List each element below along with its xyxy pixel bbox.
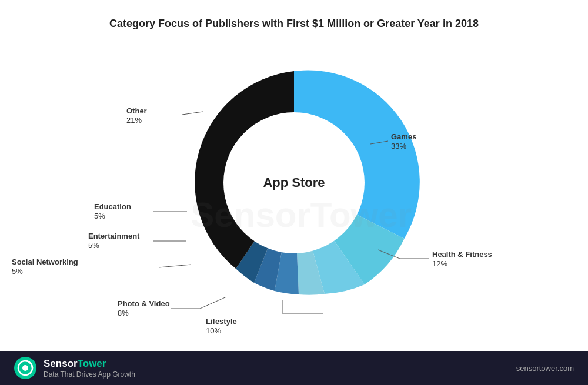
donut-chart-container: App Store SensorTower: [147, 42, 441, 324]
footer-brand-group: SensorTower Data That Drives App Growth: [44, 358, 135, 379]
label-lifestyle-pct: 10%: [206, 326, 221, 335]
label-other-pct: 21%: [126, 116, 142, 125]
footer-url: sensortower.com: [516, 364, 574, 373]
label-education-pct: 5%: [94, 212, 105, 220]
footer-brand-tower: Tower: [78, 358, 106, 370]
label-other-name: Other: [126, 106, 147, 115]
footer-brand-sensor: Sensor: [44, 358, 78, 370]
label-social-name: Social Networking: [12, 257, 78, 266]
footer-left: SensorTower Data That Drives App Growth: [14, 357, 135, 379]
label-social-pct: 5%: [12, 267, 23, 276]
svg-point-12: [22, 365, 28, 371]
chart-title: Category Focus of Publishers with First …: [109, 18, 479, 30]
donut-svg: [165, 53, 423, 312]
label-photo-pct: 8%: [118, 309, 129, 317]
label-health-name: Health & Fitness: [432, 250, 492, 259]
logo-icon: [17, 360, 34, 376]
donut-hole: [223, 112, 365, 253]
footer: SensorTower Data That Drives App Growth …: [0, 351, 588, 385]
label-entertainment-name: Entertainment: [88, 232, 140, 240]
footer-logo: [14, 357, 36, 379]
chart-area: Category Focus of Publishers with First …: [0, 0, 588, 351]
footer-tagline: Data That Drives App Growth: [44, 370, 135, 379]
label-entertainment-pct: 5%: [88, 241, 99, 250]
label-education-name: Education: [94, 202, 131, 211]
main-container: Category Focus of Publishers with First …: [0, 0, 588, 385]
